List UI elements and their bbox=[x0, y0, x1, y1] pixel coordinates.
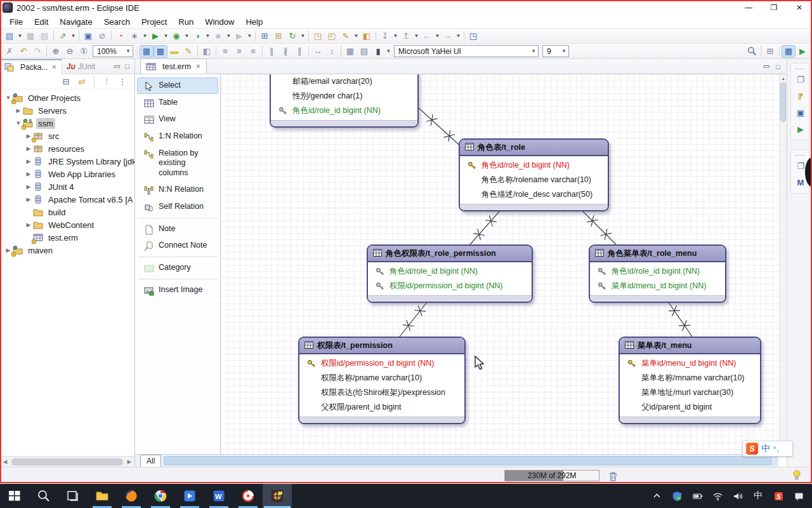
erd-column-row[interactable]: 角色id/role_id bigint (NN) bbox=[370, 264, 529, 279]
erd-column-row[interactable]: 邮箱/email varchar(20) bbox=[273, 74, 415, 89]
back-icon[interactable]: ← bbox=[420, 30, 434, 43]
align-center-icon[interactable]: ≡ bbox=[232, 45, 246, 58]
tree-item-maven[interactable]: ▶!maven bbox=[0, 244, 134, 257]
redo-icon[interactable]: ↷ bbox=[30, 45, 44, 58]
menu-navigate[interactable]: Navigate bbox=[54, 16, 98, 28]
erd-column-row[interactable]: 角色描述/role_desc varchar(50) bbox=[462, 187, 605, 202]
firefox-app[interactable] bbox=[117, 484, 146, 508]
tree-collapsed-icon[interactable]: ▶ bbox=[24, 222, 33, 228]
external-tools-dropdown[interactable]: ▼ bbox=[141, 30, 148, 43]
canvas-hscrollbar[interactable] bbox=[164, 456, 778, 465]
erd-table-header[interactable]: 角色菜单表/t_role_menu bbox=[590, 246, 725, 262]
new-javaee-project-icon[interactable]: ⊞ bbox=[258, 30, 272, 43]
action-center-icon[interactable] bbox=[789, 484, 808, 508]
erd-column-row[interactable]: 菜单地址/murl varchar(30) bbox=[622, 385, 757, 400]
tree-item-servers[interactable]: ▶Servers bbox=[0, 104, 134, 117]
link-with-editor-icon[interactable]: ⇄ bbox=[76, 76, 88, 88]
refresh-dropdown[interactable]: ▼ bbox=[299, 30, 306, 43]
maximize-editor-icon[interactable]: □ bbox=[776, 63, 780, 70]
open-task-icon[interactable]: ◧ bbox=[360, 30, 374, 43]
erd-column-row[interactable]: 权限表达(给Shiro框架)/pexpression bbox=[302, 385, 462, 400]
zoom-out-icon[interactable]: ⊖ bbox=[63, 45, 77, 58]
perspective-javaee-icon[interactable]: ▦ bbox=[782, 45, 796, 58]
debug-icon[interactable]: ◉ bbox=[169, 30, 183, 43]
erd-table-t_role_permission[interactable]: 角色权限表/t_role_permission角色id/role_id bigi… bbox=[367, 244, 533, 303]
coverage-dropdown[interactable]: ▼ bbox=[204, 30, 211, 43]
docer-app[interactable] bbox=[175, 484, 204, 508]
fill-color-dropdown[interactable]: ▼ bbox=[385, 45, 392, 58]
palette-tool-1-n-relation[interactable]: 1:N Relation bbox=[137, 128, 218, 145]
view-menu-icon[interactable]: ⋮ bbox=[117, 76, 128, 88]
erd-table-t_permission[interactable]: 权限表/t_permission权限id/permission_id bigin… bbox=[298, 337, 466, 424]
tree-item-junit-4[interactable]: ▶JUnit 4 bbox=[0, 180, 134, 193]
team-share-icon[interactable]: ⇗ bbox=[56, 30, 70, 43]
distribute-horizontal-icon[interactable]: ∥ bbox=[265, 45, 278, 58]
menu-run[interactable]: Run bbox=[173, 16, 199, 28]
lock-edit-icon[interactable]: ✎ bbox=[181, 45, 195, 58]
erd-table-header[interactable]: 角色表/t_role bbox=[460, 140, 608, 156]
tree-item-resources[interactable]: ▶resources bbox=[0, 142, 134, 155]
scroll-left-icon[interactable]: ◀ bbox=[0, 458, 10, 465]
sogou-logo-icon[interactable]: S bbox=[746, 443, 758, 455]
erd-column-row[interactable]: 父id/parent_id bigint bbox=[622, 400, 757, 415]
ime-mode-indicator[interactable]: 中 bbox=[749, 484, 768, 508]
debug-dropdown[interactable]: ▼ bbox=[183, 30, 190, 43]
menu-edit[interactable]: Edit bbox=[29, 16, 54, 28]
close-tab-icon[interactable]: ✕ bbox=[51, 64, 56, 70]
scroll-right-icon[interactable]: ▶ bbox=[124, 458, 134, 465]
scroll-up-icon[interactable]: ▲ bbox=[780, 74, 787, 82]
align-left-icon[interactable]: ≡ bbox=[218, 45, 232, 58]
tree-collapsed-icon[interactable]: ▶ bbox=[24, 184, 33, 190]
erd-column-row[interactable]: 菜单id/menu_id bigint (NN) bbox=[593, 279, 723, 293]
minimize-button[interactable]: — bbox=[736, 0, 761, 15]
wps-app[interactable]: W bbox=[204, 484, 233, 508]
restore-view-icon[interactable]: ❐ bbox=[792, 72, 809, 87]
zoom-dropdown-icon[interactable]: ▼ bbox=[122, 48, 131, 54]
match-width-icon[interactable]: ↔ bbox=[311, 45, 325, 58]
table-style2-icon[interactable]: ▤ bbox=[357, 45, 371, 58]
refresh-icon[interactable]: ↻ bbox=[285, 30, 299, 43]
palette-tool-insert-image[interactable]: Insert Image bbox=[137, 282, 218, 298]
open-resource-icon[interactable]: ◰ bbox=[325, 30, 339, 43]
align-right-icon[interactable]: ≡ bbox=[246, 45, 260, 58]
erd-column-row[interactable]: 角色id/role_id bigint (NN) bbox=[273, 104, 415, 118]
prev-annotation-dropdown[interactable]: ▼ bbox=[413, 30, 420, 43]
garbage-collect-button[interactable] bbox=[606, 470, 620, 482]
run-icon[interactable]: ▶ bbox=[148, 30, 162, 43]
volume-tray-icon[interactable] bbox=[728, 484, 747, 508]
stop-icon[interactable]: ■ bbox=[211, 30, 225, 43]
hscroll-thumb-canvas[interactable] bbox=[164, 456, 771, 465]
tab-test-erm[interactable]: test.erm ✕ bbox=[140, 58, 207, 74]
erd-table-t_menu[interactable]: 菜单表/t_menu菜单id/menu_id bigint (NN)菜单名称/m… bbox=[619, 337, 761, 424]
palette-tool-n-n-relation[interactable]: N:N Relation bbox=[137, 182, 218, 198]
delete-icon[interactable]: ✗ bbox=[3, 45, 16, 58]
mark-dropdown[interactable]: ▼ bbox=[353, 30, 360, 43]
erd-column-row[interactable]: 性别/gender char(1) bbox=[273, 89, 415, 104]
font-name-combo[interactable]: Microsoft YaHei UI▼ bbox=[394, 45, 539, 57]
canvas-vscrollbar[interactable]: ▲ ▼ bbox=[779, 74, 787, 454]
distribute-middle-icon[interactable]: ∦ bbox=[278, 45, 292, 58]
horizontal-guide-icon[interactable]: ▬ bbox=[167, 45, 181, 58]
palette-tool-category[interactable]: Category bbox=[137, 260, 218, 276]
tree-item-test-erm[interactable]: !test.erm bbox=[0, 231, 134, 244]
prev-annotation-icon[interactable]: ↥ bbox=[399, 30, 413, 43]
tree-item-other-projects[interactable]: ▼!Other Projects bbox=[0, 91, 134, 104]
tray-chevron-icon[interactable] bbox=[647, 484, 666, 508]
wifi-tray-icon[interactable] bbox=[708, 484, 727, 508]
console-view-icon[interactable]: ▣ bbox=[792, 105, 809, 120]
erd-column-row[interactable]: 菜单id/menu_id bigint (NN) bbox=[622, 356, 757, 371]
run-dropdown[interactable]: ▼ bbox=[162, 30, 169, 43]
new-web-wizard-icon[interactable]: ⊞ bbox=[272, 30, 285, 43]
palette-tool-self-relation[interactable]: Self Relation bbox=[137, 199, 218, 215]
restore-button[interactable]: ❐ bbox=[761, 0, 787, 15]
skip-breakpoints-icon[interactable]: ⊘ bbox=[95, 30, 109, 43]
table-style-icon[interactable]: ▦ bbox=[343, 45, 357, 58]
menu-window[interactable]: Window bbox=[199, 16, 240, 28]
erd-table-t_role[interactable]: 角色表/t_role角色id/role_id bigint (NN)角色名称/r… bbox=[459, 138, 609, 211]
tab-package-explorer[interactable]: Packa... ✕ bbox=[0, 59, 62, 74]
team-dropdown[interactable]: ▼ bbox=[70, 30, 77, 43]
next-annotation-dropdown[interactable]: ▼ bbox=[392, 30, 399, 43]
open-type-icon[interactable]: ◳ bbox=[311, 30, 325, 43]
tree-collapsed-icon[interactable]: ▶ bbox=[14, 107, 23, 114]
palette-tool-select[interactable]: Select bbox=[137, 77, 218, 94]
